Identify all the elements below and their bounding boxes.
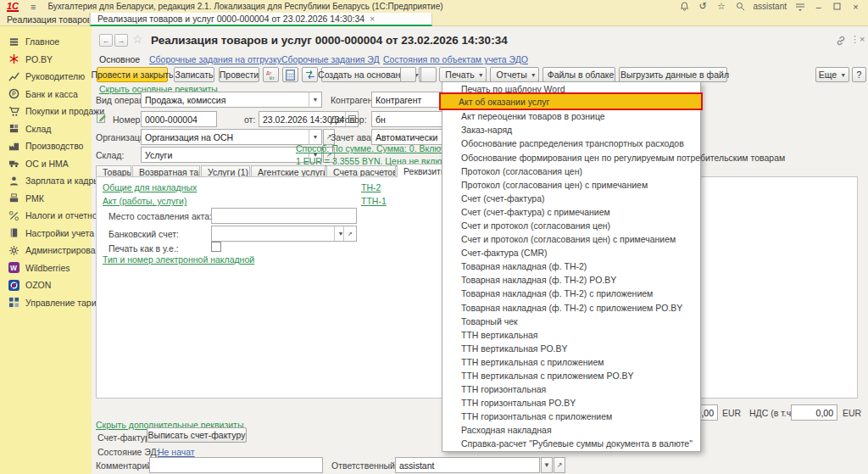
sidebar-item-manager[interactable]: Руководителю — [0, 68, 92, 86]
files-in-cloud-button[interactable]: Файлы в облаке — [542, 67, 615, 82]
notifications-bell-icon[interactable] — [679, 1, 690, 12]
open-icon[interactable]: ↗ — [343, 226, 356, 241]
sidebar-item-purchases-sales[interactable]: Покупки и продажи — [0, 103, 92, 120]
bank-account-input[interactable]: ▼↗ — [211, 226, 357, 242]
print-menu-item[interactable]: Справка-расчет "Рублевые суммы документа… — [442, 437, 700, 450]
print-menu-item[interactable]: Счет-фактура (CMR) — [442, 246, 700, 259]
sidebar-item-main[interactable]: Главное — [0, 33, 92, 51]
more-button[interactable]: Еще▼ — [815, 67, 849, 82]
dropdown-icon[interactable]: ▼ — [309, 130, 321, 144]
number-input[interactable]: 0000-000004 — [141, 111, 217, 127]
nav-link-edo-states[interactable]: Состояния по объектам учета ЭДО — [383, 54, 528, 64]
ttn1-link[interactable]: ТТН-1 — [361, 196, 387, 206]
current-user[interactable]: assistant — [754, 2, 787, 11]
tab-returnable-packaging[interactable]: Возвратная тара — [132, 165, 200, 177]
dropdown-icon[interactable]: ▼ — [309, 92, 321, 107]
excel-export-icon[interactable] — [400, 67, 416, 82]
operation-type-input[interactable]: Продажа, комиссия▼ — [141, 92, 322, 108]
tab-agent-services[interactable]: Агентские услуги — [251, 165, 326, 177]
print-menu-item[interactable]: ТТН вертикальная с приложением — [442, 355, 700, 369]
print-menu-item[interactable]: ТТН вертикальная PO.BY — [442, 342, 700, 355]
save-button[interactable]: Записать — [174, 67, 214, 82]
act-place-input[interactable] — [211, 208, 357, 224]
print-menu-item[interactable]: Обоснование формирования цен по регулиру… — [442, 150, 700, 164]
sidebar-item-production[interactable]: Производство — [0, 137, 92, 155]
get-link-icon[interactable] — [836, 36, 846, 46]
print-menu-item[interactable]: ТТН горизонтальная PO.BY — [442, 396, 700, 410]
history-icon[interactable]: ↺ — [698, 1, 709, 12]
sidebar-item-poby[interactable]: PO.BY — [0, 51, 92, 69]
sidebar-item-ozon[interactable]: OZON — [0, 276, 92, 294]
close-document-icon[interactable]: × — [860, 34, 865, 44]
print-menu-item[interactable]: Счет (счет-фактура) — [442, 192, 700, 205]
print-menu-item[interactable]: Заказ-наряд — [442, 123, 700, 137]
post-button[interactable]: Провести — [219, 67, 259, 82]
print-button[interactable]: Печать▼ — [439, 67, 487, 82]
sidebar-item-accounting-settings[interactable]: Настройки учета — [0, 225, 92, 243]
print-menu-item[interactable]: ТТН горизонтальная с приложением — [442, 410, 700, 423]
tab-close-icon[interactable]: × — [370, 14, 375, 24]
print-menu-item[interactable]: ТТН горизонтальная — [442, 382, 700, 396]
vat-amount-input[interactable]: 0,00 — [791, 404, 837, 421]
print-menu-item[interactable]: Протокол (согласования цен) с примечание… — [442, 178, 700, 192]
annotation-highlight-act-services[interactable]: Акт об оказании услуг — [439, 92, 703, 110]
vat-method-link[interactable]: Способ: По сумме. Сумма: 0. Включено — [296, 143, 460, 153]
dt-kt-entries-icon[interactable]: ДтКт — [263, 67, 279, 82]
sidebar-item-taxes[interactable]: Налоги и отчетность — [0, 207, 92, 225]
responsible-input[interactable]: assistant — [395, 457, 540, 473]
print-menu-item[interactable]: ТТН вертикальная — [442, 328, 700, 342]
sidebar-item-bank[interactable]: Банк и касса — [0, 86, 92, 103]
issue-invoice-button[interactable]: Выписать счет-фактуру — [147, 427, 247, 443]
ed-state-link[interactable]: Не начат — [158, 447, 195, 457]
tab-services[interactable]: Услуги (1) — [201, 165, 250, 177]
calculator-icon[interactable] — [282, 67, 298, 82]
main-menu-icon[interactable]: ≡ — [31, 2, 36, 12]
favorites-star-icon[interactable]: ☆ — [716, 1, 727, 12]
print-menu-item[interactable]: Товарная накладная (ф. ТН-2) с приложени… — [442, 301, 700, 315]
print-menu-item[interactable]: Товарная накладная (ф. ТН-2) — [442, 259, 700, 273]
organization-input[interactable]: Организация на ОСН▼ — [141, 129, 322, 145]
sidebar-item-payroll-hr[interactable]: Зарплата и кадры — [0, 172, 92, 190]
act-works-services-link[interactable]: Акт (работы, услуги) — [103, 196, 186, 206]
print-menu-item[interactable]: Расходная накладная — [442, 423, 700, 437]
back-button[interactable]: ← — [99, 34, 113, 47]
print-menu-item[interactable]: Счет и протокол (согласования цен) — [442, 219, 700, 232]
print-as-cu-checkbox[interactable] — [211, 242, 221, 252]
sidebar-item-warehouse[interactable]: Склад — [0, 120, 92, 138]
close-window-icon[interactable]: × — [850, 1, 861, 12]
nav-link-assembly-shipment[interactable]: Сборочные задания на отгрузку — [149, 54, 281, 64]
sidebar-item-fixed-assets[interactable]: ОС и НМА — [0, 155, 92, 173]
print-menu-item[interactable]: Счет (счет-фактура) с примечанием — [442, 205, 700, 219]
comment-input[interactable] — [149, 457, 323, 473]
export-data-button[interactable]: Выгрузить данные в файл — [619, 67, 727, 82]
nav-link-assembly-ed[interactable]: Сборочные задания ЭД — [281, 54, 380, 64]
restore-icon[interactable] — [832, 1, 843, 12]
tn2-link[interactable]: ТН-2 — [361, 182, 381, 192]
print-menu-item[interactable]: Товарная накладная (ф. ТН-2) с приложени… — [442, 287, 700, 300]
sidebar-item-administration[interactable]: Администрирование — [0, 242, 92, 259]
print-menu-item[interactable]: Обоснование распределения транспортных р… — [442, 137, 700, 150]
open-responsible-icon[interactable]: ↗ — [554, 457, 565, 473]
minimize-icon[interactable]: – — [813, 1, 824, 12]
sidebar-item-wildberries[interactable]: WWildberries — [0, 259, 92, 277]
print-menu-item[interactable]: Протокол (согласования цен) — [442, 165, 700, 178]
electronic-waybill-link[interactable]: Тип и номер электронной накладной — [103, 254, 254, 265]
help-button[interactable]: ? — [852, 67, 866, 82]
common-invoice-settings-link[interactable]: Общие для накладных — [103, 182, 197, 192]
reports-button[interactable]: PОтчеты▼ — [490, 67, 539, 82]
print-menu-item[interactable]: Товарный чек — [442, 315, 700, 328]
tab-settlement-accounts[interactable]: Счета расчетов — [326, 165, 396, 177]
tab-sales-document[interactable]: Реализация товаров и услуг 0000-000004 о… — [90, 13, 432, 26]
favorite-star-icon[interactable]: ☆ — [132, 32, 143, 46]
print-menu-item[interactable]: Акт переоценки товаров в рознице — [442, 109, 700, 123]
more-actions-kebab-icon[interactable]: ⋮ — [850, 34, 860, 45]
tab-goods[interactable]: Товары — [96, 165, 131, 177]
service-menu-icon[interactable] — [794, 1, 805, 12]
related-documents-icon[interactable] — [302, 67, 318, 82]
sidebar-item-rmk[interactable]: РМК — [0, 190, 92, 208]
print-menu-item[interactable]: Товарная накладная (ф. ТН-2) PO.BY — [442, 273, 700, 287]
forward-button[interactable]: → — [114, 34, 128, 47]
search-icon[interactable] — [735, 1, 746, 12]
tab-sales-list[interactable]: Реализация товаров и услуг × — [0, 13, 90, 26]
post-and-close-button[interactable]: Провести и закрыть — [97, 67, 168, 82]
